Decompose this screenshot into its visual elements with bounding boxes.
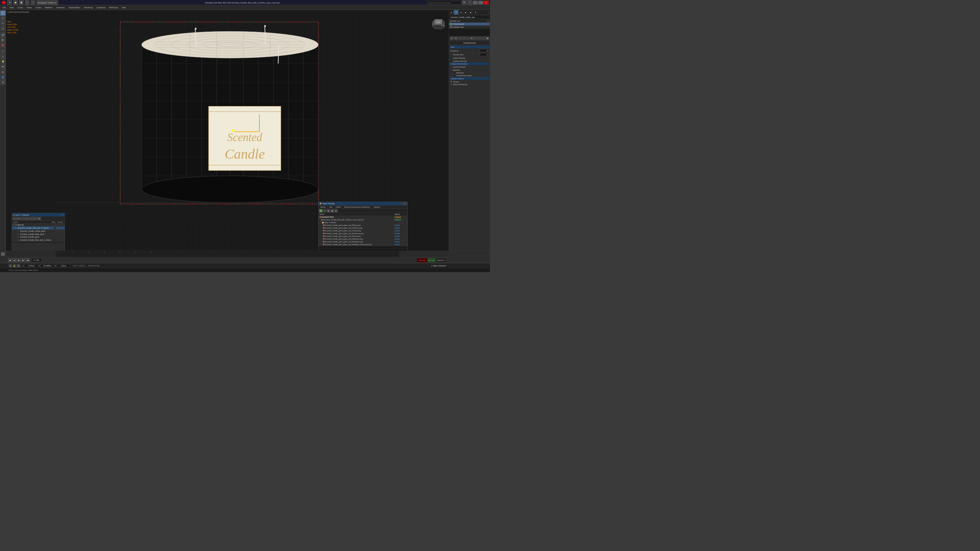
layer-row-0[interactable]: ⊞ 0 (default) ✓ — — — [12, 224, 65, 227]
undo-btn[interactable]: ↩ — [25, 0, 30, 5]
help-btn[interactable]: ? — [468, 0, 473, 5]
menu-customize[interactable]: Customize — [95, 5, 107, 10]
select-tool[interactable]: ↖ — [0, 11, 5, 16]
close-btn[interactable]: ✕ — [484, 1, 489, 5]
spacewarps-tool[interactable]: 🌀 — [0, 75, 5, 79]
redo-btn[interactable]: ↪ — [30, 0, 35, 5]
layer-move-down-btn[interactable]: ↓ — [33, 217, 37, 220]
layer-delete-btn[interactable]: ✕ — [17, 217, 21, 220]
workspace-selector[interactable]: Workspace: Default ▼ — [37, 0, 58, 5]
smooth-result-checkbox[interactable] — [450, 66, 452, 68]
modifier-turbosmooth-checkbox[interactable] — [450, 23, 452, 25]
modifier-turbosmooth[interactable]: TurboSmooth — [449, 23, 490, 26]
menu-graph-editors[interactable]: Graph Editors — [67, 5, 82, 10]
auto-key-btn[interactable]: Auto Key — [417, 258, 427, 262]
modifier-show-end-btn[interactable]: ▦ — [486, 37, 490, 40]
modifier-channel-info-btn[interactable]: ⊞ — [458, 37, 485, 40]
asset-row-vault[interactable]: ⊞ Autodesk Vault Logged — [318, 216, 407, 218]
step-next-btn[interactable]: ▶| — [21, 258, 25, 262]
asset-minimize-btn[interactable]: − — [401, 203, 403, 205]
lights-tool[interactable]: 💡 — [0, 59, 5, 64]
move-tool[interactable]: ✛ — [0, 16, 5, 21]
modifier-editablepoly[interactable]: Editable Poly — [449, 26, 490, 29]
materials-checkbox[interactable] — [453, 72, 455, 74]
layer-row-1[interactable]: ⊡ Scented_Candle_Red_with_3_Wicks — — — [12, 227, 65, 230]
asset-row-scene[interactable]: 🔗 Scented_Candle_Red_with_3_Wicks_max_vr… — [318, 218, 407, 221]
smoothing-groups-checkbox[interactable] — [453, 75, 455, 76]
isoline-checkbox[interactable] — [450, 57, 452, 59]
radio-when-rendering-btn[interactable] — [450, 83, 452, 85]
viewport[interactable]: [+] [Perspective] [Shaded] Total Polys: … — [6, 10, 449, 251]
asset-tool-5[interactable]: ⊞ — [334, 210, 338, 213]
layers-help-btn[interactable]: ? — [60, 214, 62, 216]
layer-select-btn[interactable]: □ — [25, 217, 29, 220]
y-field[interactable]: 10.495cm — [41, 264, 54, 267]
tab-modify[interactable]: ⚒ — [454, 10, 458, 15]
layer-create-btn[interactable]: + — [13, 217, 16, 220]
tab-display-props[interactable]: ◉ — [468, 10, 473, 15]
geometry-tool[interactable]: □ — [0, 49, 5, 54]
layer-move-up-btn[interactable]: ↑ — [29, 217, 33, 220]
menu-views[interactable]: Views — [25, 5, 33, 10]
menu-modifiers[interactable]: Modifiers — [43, 5, 54, 10]
set-key-btn[interactable]: Set Key — [428, 258, 435, 262]
layer-row-4[interactable]: ▷ Scented_Candle_geo2 — — — [12, 235, 65, 238]
layer-properties-btn[interactable]: ⚙ — [37, 217, 41, 220]
timeline-track[interactable]: 0 5 10 15 20 25 30 — [6, 251, 449, 257]
menu-edit[interactable]: Edit — [1, 5, 7, 10]
layer-add-selection-btn[interactable]: ↓ — [21, 217, 25, 220]
play-prev-btn[interactable]: ⏮ — [8, 258, 12, 262]
asset-tool-4[interactable]: ▣ — [331, 210, 334, 213]
modifier-config-btn[interactable]: ⚙ — [454, 37, 458, 40]
tab-hierarchy[interactable]: ⊞ — [458, 10, 463, 15]
z-field[interactable]: 0.0cm — [57, 264, 70, 267]
render-iters-checkbox[interactable] — [450, 54, 452, 56]
radio-always-btn[interactable] — [450, 81, 452, 83]
asset-row-maps[interactable]: 📁 Maps / Shaders — [318, 221, 407, 224]
asset-menu-options[interactable]: Options — [372, 206, 382, 209]
frame-counter[interactable]: 0 / 225 — [31, 258, 41, 262]
modifier-pin-btn[interactable]: 📌 — [450, 37, 453, 40]
asset-row-refraction[interactable]: 🖼 Scented_Candle_geo2_glass_red_Refracti… — [318, 240, 407, 243]
tab-motion[interactable]: ▶ — [463, 10, 468, 15]
play-next-btn[interactable]: ⏭ — [26, 258, 30, 262]
maximize-btn[interactable]: □ — [479, 1, 483, 5]
new-btn[interactable]: 🗋 — [7, 0, 12, 5]
asset-row-reflection[interactable]: 🖼 Scented_Candle_geo2_glass_red_Reflecti… — [318, 238, 407, 240]
panel-options-btn[interactable]: ≡ — [487, 10, 490, 15]
layer-row-3[interactable]: ▷ Scented_Candle_lable_geo2 — — — [12, 233, 65, 236]
asset-menu-file[interactable]: File — [328, 206, 334, 209]
tab-utilities[interactable]: ⚙ — [473, 10, 478, 15]
x-field[interactable]: 1.754cm — [24, 264, 38, 267]
minimize-btn[interactable]: − — [473, 1, 478, 5]
asset-tool-3[interactable]: ▤ — [327, 210, 330, 213]
layers-scrollbar[interactable] — [12, 241, 65, 243]
asset-row-normal[interactable]: 🖼 Scented_Candle_geo2_glass_red_Normal.p… — [318, 235, 407, 238]
asset-row-diffuse[interactable]: 🖼 Scented_Candle_geo2_glass_red_Diffuse.… — [318, 224, 407, 227]
link-tool[interactable]: 🔗 — [0, 33, 5, 37]
asset-row-refractionglos[interactable]: 🖼 Scented_Candle_geo2_glass_red_Refratio… — [318, 243, 407, 246]
helpers-tool[interactable]: ⊕ — [0, 70, 5, 75]
iterations-input[interactable] — [480, 49, 489, 52]
systems-tool[interactable]: ⚙ — [0, 80, 5, 85]
search-bar[interactable]: Type @ keyword or phrase — [427, 1, 461, 5]
menu-animation[interactable]: Animation — [55, 5, 66, 10]
modifier-editablepoly-checkbox[interactable] — [450, 26, 452, 28]
asset-menu-paths[interactable]: Paths — [334, 206, 343, 209]
cameras-tool[interactable]: 📷 — [0, 65, 5, 69]
step-prev-btn[interactable]: ◀ — [13, 258, 16, 262]
timeline-expand-btn[interactable]: ◁ — [1, 252, 5, 256]
layer-row-5[interactable]: ▷ Scented_Candle_Red_with_3_Wicks — — — [12, 238, 65, 242]
explicit-checkbox[interactable] — [450, 60, 452, 62]
menu-group[interactable]: Group — [16, 5, 24, 10]
layer-row-2[interactable]: ▷ Scented_Candle_Galas_geo2 — — — [12, 230, 65, 233]
asset-menu-bitmap[interactable]: Bitmap Performance and Memory — [343, 206, 372, 209]
search-icon-btn[interactable]: 🔍 — [462, 0, 467, 5]
play-btn[interactable]: ▶ — [17, 258, 21, 262]
asset-close-btn[interactable]: ✕ — [404, 203, 406, 205]
layer-row-0-vis[interactable]: ✓ — [53, 224, 57, 226]
asset-row-fogcolor[interactable]: 🖼 Scented_Candle_geo2_glass_red_FogColor… — [318, 227, 407, 229]
scale-tool[interactable]: ⬡ — [0, 26, 5, 31]
menu-maxscript[interactable]: MAXScript — [108, 5, 120, 10]
open-btn[interactable]: 📁 — [13, 0, 18, 5]
